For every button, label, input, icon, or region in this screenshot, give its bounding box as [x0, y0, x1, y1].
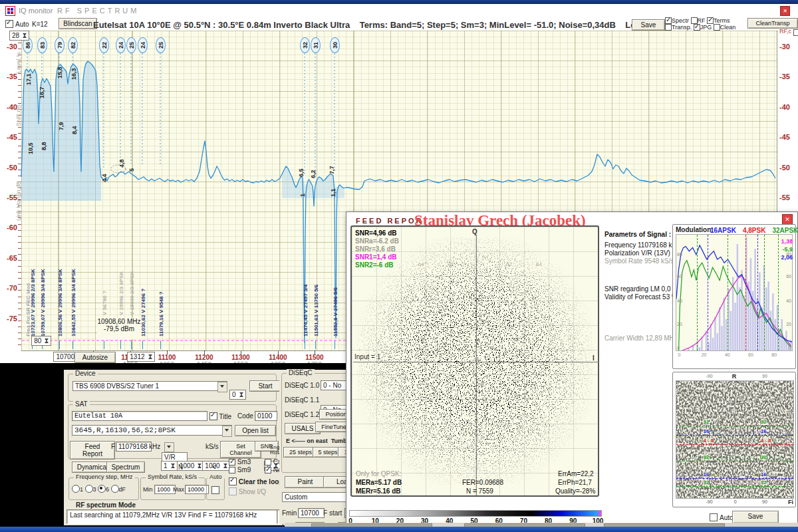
jpg-label: JPG	[700, 24, 712, 31]
terms-info: Terms: Band=5; Step=5; Sm=3; MinLevel= -…	[360, 20, 616, 30]
app-icon	[5, 6, 15, 17]
taskbar-strip	[0, 527, 798, 532]
legend-item: 4,8PSK	[743, 227, 765, 234]
mera-value: MERa=5.17 dB	[356, 479, 402, 486]
clear-loop-checkbox[interactable]	[229, 477, 237, 485]
sm9-checkbox[interactable]	[229, 467, 235, 473]
mod-x-label: 60	[748, 352, 753, 357]
histogram-bar	[721, 326, 722, 351]
param-symbolrate: Symbol Rate 9548 kS/s	[604, 257, 674, 265]
device-index-spinner[interactable]: 0	[229, 390, 246, 400]
r-axis-label: R	[732, 373, 737, 380]
paint-button[interactable]: Paint	[285, 476, 326, 488]
mod-value: -5,9	[782, 246, 793, 253]
frequency-field[interactable]: 11079168	[116, 442, 152, 452]
y-axis-label-right: -55	[779, 194, 797, 201]
transponder-combo[interactable]: 3645,R,16130,56,S2;8PSK	[72, 425, 232, 436]
jpg-checkbox[interactable]	[694, 24, 700, 31]
waterfall-bottom-label: 0	[734, 499, 737, 504]
max-label: Max	[173, 486, 184, 493]
stepdf-radio[interactable]	[111, 485, 119, 493]
showiq-checkbox[interactable]	[229, 487, 237, 495]
modulation-label: Modulation:	[676, 226, 714, 233]
n1-spinner[interactable]: 1	[161, 461, 178, 471]
transponder-combo-arrow[interactable]	[222, 426, 232, 437]
modulation-threshold-line	[676, 478, 793, 479]
step3-label: 3	[93, 486, 96, 493]
bottom-level-spinner[interactable]: 80	[31, 336, 51, 346]
step6-radio[interactable]	[98, 485, 106, 493]
rus-label: Rus	[270, 450, 279, 456]
step1-label: 1	[80, 486, 83, 493]
spectrum-button[interactable]: Spectrum	[106, 462, 145, 473]
wf-save-button[interactable]: Save	[732, 511, 779, 523]
transp-label: Transp.	[672, 24, 692, 31]
step3-radio[interactable]	[85, 485, 93, 493]
mod-y-label: 0	[677, 346, 680, 350]
khz-label: kHz	[149, 443, 160, 450]
step1-radio[interactable]	[72, 485, 80, 493]
terms-checkbox[interactable]	[707, 17, 714, 24]
spectr-checkbox[interactable]	[665, 17, 672, 24]
histogram-bar	[772, 293, 773, 351]
rfc-checkbox[interactable]	[793, 29, 798, 36]
mod-value: 2,06	[781, 254, 793, 261]
close-icon[interactable]: ✕	[780, 6, 790, 16]
satellite-name-field[interactable]: Eutelsat 10A	[72, 411, 207, 421]
waterfall-grid-label: 100	[784, 390, 792, 395]
param-validity: Validity of Forecast 53 %	[604, 293, 678, 301]
step6-label: 6	[106, 486, 109, 493]
y-axis-label: -75	[1, 315, 17, 323]
wf-auto-label: Auto	[720, 514, 733, 521]
errph-value: ErrPh=21,7	[558, 479, 592, 486]
quality-value: Quality=-28%	[555, 487, 595, 495]
code-label: Code	[237, 412, 253, 420]
diseqc-caption: DiSEqC	[287, 369, 315, 376]
threshold-line	[745, 235, 746, 350]
diseqc10-label: DiSEqC 1.0	[285, 382, 319, 389]
device-combo[interactable]: TBS 6908 DVBS/S2 Tuner 1	[72, 381, 227, 391]
max-field[interactable]: 10000	[185, 485, 209, 494]
x-axis-mhz-label: 11200	[190, 354, 219, 361]
calibr-checkbox[interactable]	[265, 459, 271, 466]
histogram-bar	[741, 270, 742, 351]
auto-checkbox[interactable]	[5, 20, 13, 28]
wf-auto-checkbox[interactable]	[710, 513, 718, 521]
mod-x-label: 80	[771, 352, 777, 357]
histogram-bar	[750, 258, 751, 351]
mod-y-label: 40	[677, 299, 682, 303]
feed-report-button[interactable]: Feed Report	[70, 441, 115, 460]
modulation-legend: 16APSK4,8PSK32APSK	[710, 226, 798, 234]
autosize-button[interactable]: Autosize	[74, 352, 116, 363]
sm3-checkbox[interactable]	[229, 459, 235, 466]
transp-checkbox[interactable]	[665, 24, 672, 31]
start-button[interactable]: Start	[249, 380, 281, 392]
code-field[interactable]: 0100	[255, 411, 277, 421]
y-axis-ticks	[18, 31, 21, 350]
sat-group: SAT Eutelsat 10A Title Code 0100 3645,R,…	[68, 404, 277, 459]
waterfall-gridline	[676, 396, 793, 397]
auto-sr-checkbox[interactable]	[211, 486, 219, 494]
device-combo-arrow[interactable]	[217, 382, 227, 392]
fmin-field[interactable]: 10700	[298, 508, 325, 518]
histogram-bar	[737, 244, 738, 351]
param-polarization: Polarization V/R (13V)	[604, 249, 670, 257]
open-list-button[interactable]: Open list	[235, 425, 276, 436]
polarization-combo-arrow[interactable]	[164, 442, 174, 452]
span-spinner[interactable]: 1312	[127, 352, 154, 362]
y-axis-label-right: -30	[779, 43, 797, 51]
noise-checkbox[interactable]	[265, 467, 271, 473]
titlebar: IQ monitor RF SPECTRUM ✕	[0, 4, 798, 19]
threshold-label: 32	[761, 454, 767, 460]
save-button[interactable]: Save	[632, 19, 665, 31]
mod-y-label: 0	[789, 346, 791, 350]
threshold-label: 16	[761, 428, 767, 434]
title-checkbox[interactable]	[209, 412, 217, 420]
clean-checkbox[interactable]	[714, 24, 720, 31]
y-axis-label: -60	[1, 223, 17, 231]
cleantransp-button[interactable]: CleanTransp	[747, 18, 798, 29]
level-spinner[interactable]: 28	[9, 31, 29, 41]
histogram-bar	[712, 338, 714, 351]
modulation-threshold-line	[676, 435, 793, 436]
blindscan-button[interactable]: Blindscan	[59, 18, 97, 29]
